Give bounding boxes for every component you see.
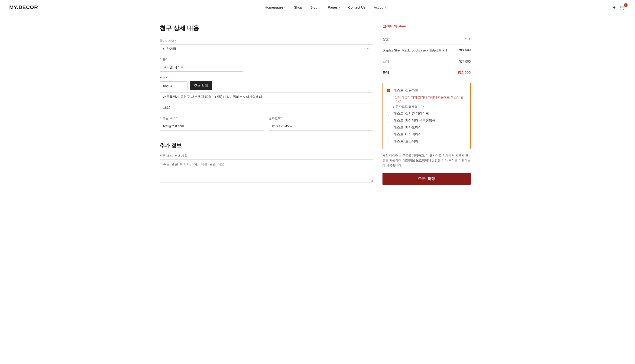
product-price: ₩4,000	[459, 48, 471, 52]
payment-box: [테스트] 신용카드 [ 실제 과금이 되지 않거나 자정에 자동으로 취소가 …	[383, 83, 471, 149]
privacy-link[interactable]: 개인정보 보호정책	[403, 159, 428, 162]
phone-label: 전화번호*	[269, 116, 373, 120]
chevron-down-icon: ▾	[284, 6, 285, 8]
payment-option-kakao[interactable]: [테스트] 카카오페이	[387, 124, 467, 131]
nav-shop[interactable]: Shop	[294, 5, 302, 9]
cart-icon[interactable]: 🛒 1	[620, 5, 626, 10]
product-row: Display Shelf Rack, Bookcase - 배송상품 × 1 …	[383, 44, 471, 56]
credit-radio[interactable]	[387, 88, 390, 92]
nav-pages[interactable]: Pages ▾	[328, 5, 340, 9]
nav-blog[interactable]: Blog ▾	[310, 5, 319, 9]
payment-option-naver[interactable]: [테스트] 네이버페이	[387, 131, 467, 138]
address-search-button[interactable]: 주소 검색	[190, 82, 212, 90]
name-field-group: 이름*	[160, 57, 373, 72]
payment-option-credit[interactable]: [테스트] 신용카드	[387, 87, 467, 94]
order-header-row: 상품 소계	[383, 34, 471, 44]
phone-input[interactable]	[269, 122, 373, 130]
payment-option-toss[interactable]: [테스트] 토스페이	[387, 138, 467, 145]
product-col-header: 상품	[383, 37, 389, 41]
payment-option-realtime[interactable]: [테스트] 실시간 계좌이체	[387, 110, 467, 117]
cart-badge: 1	[624, 3, 627, 7]
main-layout: 청구 상세 내용 국가 / 지역* 대한민국 이름* 주소* 주소 검색	[155, 15, 480, 196]
total-value: ₩4,000	[458, 70, 471, 75]
naver-radio[interactable]	[387, 132, 390, 136]
name-input[interactable]	[160, 63, 243, 72]
name-label: 이름*	[160, 57, 373, 62]
nav-homepages[interactable]: Homepages ▾	[265, 5, 286, 9]
logo[interactable]: MY.DECOR	[9, 4, 38, 10]
right-column: 고객님의 주문 상품 소계 Display Shelf Rack, Bookca…	[383, 24, 471, 187]
email-field-group: 이메일 주소*	[160, 116, 264, 130]
address-label: 주소*	[160, 76, 373, 80]
address-line1-input[interactable]	[160, 92, 373, 101]
country-label: 국가 / 지역*	[160, 39, 373, 43]
additional-title: 추가 정보	[160, 142, 373, 149]
email-label: 이메일 주소*	[160, 116, 264, 120]
total-label: 총계	[383, 70, 389, 75]
email-phone-row: 이메일 주소* 전화번호*	[160, 116, 373, 135]
zip-input[interactable]	[160, 82, 188, 90]
phone-field-group: 전화번호*	[269, 116, 373, 130]
subtotal-col-header: 소계	[464, 37, 471, 41]
product-name: Display Shelf Rack, Bookcase - 배송상품 × 1	[383, 48, 447, 53]
user-icon[interactable]: ●	[613, 5, 616, 10]
memo-textarea[interactable]	[160, 159, 373, 182]
address-row: 주소 검색	[160, 82, 373, 90]
header-icons: ● 🛒 1	[613, 5, 626, 10]
order-summary-title: 고객님의 주문	[383, 24, 471, 29]
naver-label[interactable]: [테스트] 네이버페이	[393, 132, 422, 136]
kakao-radio[interactable]	[387, 126, 390, 129]
credit-sub: 신용카드로 결제합니다	[393, 104, 467, 109]
billing-title: 청구 상세 내용	[160, 24, 373, 32]
confirm-order-button[interactable]: 주문 확정	[383, 173, 471, 185]
memo-label: 주문 메모 (선택 사항)	[160, 154, 373, 158]
payment-option-virtual[interactable]: [테스트] 가상계좌 무통장입금	[387, 117, 467, 124]
privacy-text: 개인 데이터는 주문을 처리하고, 이 웹사이트 전체에서 사용자 환경을 지원…	[383, 153, 471, 168]
header: MY.DECOR Homepages ▾ Shop Blog ▾ Pages ▾…	[0, 0, 635, 15]
subtotal-value: ₩4,000	[459, 60, 471, 63]
country-select[interactable]: 대한민국	[160, 44, 373, 53]
credit-notice: [ 실제 과금이 되지 않거나 자정에 자동으로 취소가 됩니다. ]	[393, 95, 467, 104]
nav-contact[interactable]: Contact Us	[348, 5, 365, 9]
subtotal-label: 소계	[383, 60, 389, 64]
address-field-group: 주소* 주소 검색	[160, 76, 373, 112]
realtime-label[interactable]: [테스트] 실시간 계좌이체	[393, 112, 429, 116]
nav-account[interactable]: Account	[374, 5, 386, 9]
chevron-down-icon: ▾	[339, 6, 340, 8]
chevron-down-icon: ▾	[319, 6, 320, 8]
virtual-radio[interactable]	[387, 119, 390, 122]
left-column: 청구 상세 내용 국가 / 지역* 대한민국 이름* 주소* 주소 검색	[160, 24, 373, 187]
subtotal-row: 소계 ₩4,000	[383, 56, 471, 67]
toss-radio[interactable]	[387, 140, 390, 143]
country-field-group: 국가 / 지역* 대한민국	[160, 39, 373, 53]
toss-label[interactable]: [테스트] 토스페이	[393, 139, 418, 144]
total-row: 총계 ₩4,000	[383, 67, 471, 78]
email-input[interactable]	[160, 122, 264, 130]
address-line2-input[interactable]	[160, 103, 373, 112]
nav: Homepages ▾ Shop Blog ▾ Pages ▾ Contact …	[265, 5, 387, 9]
credit-label[interactable]: [테스트] 신용카드	[393, 88, 418, 92]
kakao-label[interactable]: [테스트] 카카오페이	[393, 126, 422, 130]
virtual-label[interactable]: [테스트] 가상계좌 무통장입금	[393, 118, 435, 123]
memo-field-group: 주문 메모 (선택 사항)	[160, 154, 373, 183]
realtime-radio[interactable]	[387, 112, 390, 116]
